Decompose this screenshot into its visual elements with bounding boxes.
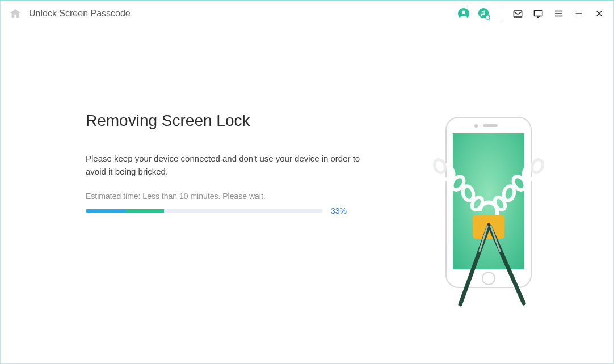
close-icon (595, 9, 604, 18)
app-window: Unlock Screen Passcode (0, 0, 614, 364)
progress-fill-1 (86, 209, 126, 213)
instruction-text: Please keep your device connected and do… (86, 153, 364, 178)
progress-percent: 33% (331, 206, 347, 215)
heading: Removing Screen Lock (86, 112, 381, 130)
svg-line-4 (489, 19, 490, 20)
home-icon (9, 7, 22, 20)
music-search-icon (478, 7, 490, 20)
mail-button[interactable] (511, 7, 524, 20)
progress-fill-2 (126, 209, 164, 213)
page-title: Unlock Screen Passcode (29, 9, 131, 19)
divider (501, 8, 501, 19)
svg-point-27 (530, 158, 545, 174)
menu-icon (553, 9, 563, 19)
left-column: Removing Screen Lock Please keep your de… (86, 95, 381, 363)
user-button[interactable] (457, 7, 470, 20)
home-button[interactable] (9, 7, 22, 20)
minimize-icon (574, 9, 583, 18)
minimize-button[interactable] (573, 7, 585, 20)
svg-point-26 (432, 158, 447, 174)
phone-unlock-illustration (426, 112, 574, 316)
content: Removing Screen Lock Please keep your de… (1, 27, 613, 363)
titlebar-actions (457, 7, 605, 20)
user-icon (457, 7, 470, 20)
svg-rect-15 (483, 124, 498, 127)
menu-button[interactable] (552, 7, 565, 20)
mail-icon (512, 9, 523, 19)
progress-row: 33% (86, 206, 381, 215)
svg-rect-6 (534, 10, 542, 16)
music-search-button[interactable] (478, 7, 490, 20)
close-button[interactable] (593, 7, 605, 20)
titlebar: Unlock Screen Passcode (1, 1, 613, 27)
estimated-time: Estimated time: Less than 10 minutes. Pl… (86, 192, 381, 201)
svg-point-1 (462, 11, 465, 14)
comment-icon (533, 9, 544, 19)
illustration (426, 112, 574, 363)
progress-bar (86, 209, 323, 213)
svg-point-14 (474, 124, 478, 128)
feedback-button[interactable] (532, 7, 544, 20)
